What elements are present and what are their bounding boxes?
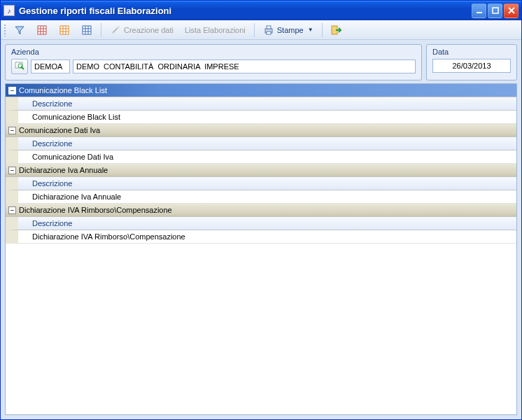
svg-rect-23 — [267, 31, 271, 34]
grid-field-value[interactable]: Dichiarazione IVA Rimborso\Compensazione — [6, 230, 516, 244]
svg-rect-14 — [83, 26, 91, 34]
stampe-button[interactable]: Stampe ▼ — [258, 22, 318, 38]
header-row: Azienda Data 26/03/2013 — [5, 44, 517, 80]
grid-blue-icon — [81, 24, 92, 36]
maximize-icon — [492, 7, 499, 14]
close-button[interactable] — [504, 4, 519, 18]
svg-rect-0 — [477, 12, 482, 13]
grid-field-header: Descrizione — [6, 217, 516, 230]
azienda-desc-input[interactable] — [73, 59, 416, 74]
app-icon: ♪ — [3, 5, 15, 16]
azienda-lookup-button[interactable] — [11, 59, 28, 74]
toolbar-separator — [254, 23, 255, 37]
grid-field-value[interactable]: Comunicazione Black List — [6, 111, 516, 124]
svg-rect-9 — [60, 26, 69, 34]
app-window: ♪ Gestione riporti fiscali Elaborazioni — [0, 0, 522, 420]
toolbar-separator — [322, 23, 323, 37]
view-grid-blue-button[interactable] — [76, 22, 97, 38]
grid-orange-icon — [59, 24, 70, 36]
data-value: 26/03/2013 — [432, 59, 511, 73]
grid-group-header[interactable]: − Comunicazione Dati Iva — [6, 124, 516, 137]
minimize-icon — [476, 7, 483, 14]
azienda-group: Azienda — [5, 44, 422, 80]
content-area: Azienda Data 26/03/2013 − — [1, 40, 521, 419]
toolbar: Creazione dati Lista Elaborazioni Stampe… — [1, 20, 521, 40]
exit-icon — [331, 24, 342, 36]
lista-elaborazioni-label: Lista Elaborazioni — [185, 26, 246, 34]
view-grid-red-button[interactable] — [31, 22, 52, 38]
window-title: Gestione riporti fiscali Elaborazioni — [19, 6, 472, 16]
grid-group-header[interactable]: − Comunicazione Black List — [6, 84, 516, 97]
lista-elaborazioni-button: Lista Elaborazioni — [180, 22, 251, 38]
svg-point-20 — [117, 26, 120, 29]
grid-group-title: Comunicazione Black List — [19, 86, 107, 94]
grid-red-icon — [36, 24, 48, 36]
printer-icon — [263, 24, 274, 36]
lookup-icon — [14, 60, 25, 73]
azienda-row — [11, 59, 416, 74]
window-buttons — [472, 4, 519, 18]
wand-icon — [110, 24, 121, 36]
titlebar: ♪ Gestione riporti fiscali Elaborazioni — [1, 1, 521, 20]
svg-rect-1 — [493, 8, 498, 13]
exit-button[interactable] — [326, 22, 347, 38]
close-icon — [508, 7, 515, 14]
stampe-label: Stampe — [277, 26, 304, 34]
svg-rect-4 — [38, 26, 46, 34]
grid-field-value[interactable]: Comunicazione Dati Iva — [6, 150, 516, 164]
view-grid-orange-button[interactable] — [54, 22, 75, 38]
collapse-icon[interactable]: − — [8, 167, 16, 174]
grid-group-title: Comunicazione Dati Iva — [19, 126, 100, 134]
toolbar-separator — [101, 23, 101, 37]
creazione-dati-button: Creazione dati — [105, 22, 178, 38]
data-group: Data 26/03/2013 — [426, 44, 517, 80]
azienda-group-label: Azienda — [11, 48, 416, 56]
maximize-button[interactable] — [488, 4, 502, 18]
minimize-button[interactable] — [472, 4, 486, 18]
filter-button[interactable] — [9, 22, 30, 38]
collapse-icon[interactable]: − — [8, 127, 16, 134]
grid-group-title: Dichiarazione Iva Annuale — [19, 166, 108, 174]
grid-field-header: Descrizione — [6, 177, 516, 190]
svg-rect-22 — [267, 26, 271, 29]
grid-field-header: Descrizione — [6, 97, 516, 111]
data-group-label: Data — [432, 48, 511, 56]
grid-field-value[interactable]: Dichiarazione Iva Annuale — [6, 190, 516, 204]
creazione-dati-label: Creazione dati — [124, 26, 174, 34]
grid-field-header: Descrizione — [6, 137, 516, 150]
grid-group-header[interactable]: − Dichiarazione Iva Annuale — [6, 164, 516, 177]
collapse-icon[interactable]: − — [8, 87, 16, 94]
funnel-icon — [14, 24, 25, 36]
chevron-down-icon: ▼ — [308, 27, 313, 33]
grid-group-header[interactable]: − Dichiarazione IVA Rimborso\Compensazio… — [6, 204, 516, 217]
grid[interactable]: − Comunicazione Black List Descrizione C… — [5, 83, 517, 415]
collapse-icon[interactable]: − — [8, 206, 16, 214]
azienda-code-input[interactable] — [31, 59, 70, 74]
toolbar-grip — [3, 24, 6, 36]
grid-group-title: Dichiarazione IVA Rimborso\Compensazione — [19, 206, 172, 214]
